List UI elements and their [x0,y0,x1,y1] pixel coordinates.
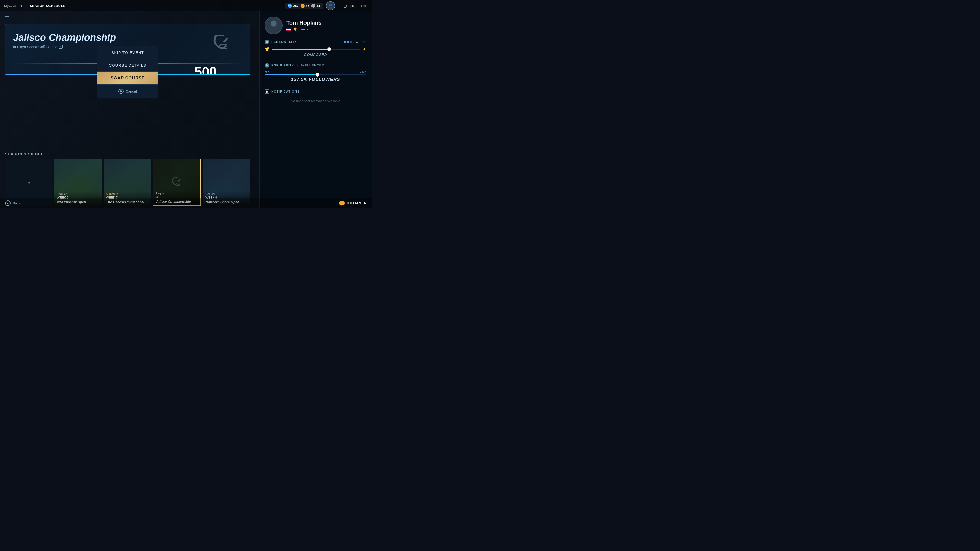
event-subtitle: at Playa Saona Golf Course ✎ [13,45,62,49]
followers-labels: 75K 150K [265,70,366,73]
wc-icon: WC [288,4,292,8]
ticket-icon [311,4,315,8]
filter-icon [4,14,10,19]
back-button[interactable]: ● Back [5,200,20,206]
currency-block: WC 257 x5 x1 [285,3,323,9]
personality-slider-track [272,49,360,50]
personality-icon-left: 🌟 [265,47,270,52]
notifications-title: NOTIFICATIONS [271,90,300,94]
dot-inactive [350,41,352,43]
svg-point-1 [328,6,332,9]
tg-icon [339,200,345,206]
personality-thumb [328,48,331,51]
player-info: Tom Hopkins 🏆 Rank 2 [286,20,321,32]
personality-slider-row: 🌟 ⚡ [265,47,366,52]
nav-season[interactable]: SEASON SCHEDULE [30,4,65,8]
wc-currency: WC 257 [288,4,299,8]
event-logo [209,30,237,58]
svg-point-8 [269,27,278,33]
swap-course-button[interactable]: SWAP COURSE [97,72,158,85]
notifications-section: 💬 NOTIFICATIONS No Important Messages Av… [265,89,366,103]
player-profile: Tom Hopkins 🏆 Rank 2 [265,17,366,35]
points-display: 500 POINTS [194,64,217,75]
personality-icon-right: ⚡ [362,47,366,51]
top-bar: MyCAREER | SEASON SCHEDULE WC 257 x5 x1 [0,0,372,11]
personality-meta: 2 WEEKS [344,40,366,44]
thegamer-logo: THEGAMER [339,200,366,206]
followers-slider: 75K 150K [265,70,366,75]
cancel-icon [118,89,124,94]
season-label: SEASON SCHEDULE [5,152,250,156]
jc-logo-svg [209,30,234,55]
bottom-bar: ● Back THEGAMER [0,198,372,208]
trophy-icon: 🏆 [293,27,298,32]
separator-pipe: | [297,63,298,68]
player-name-top: Tom_Hopkins [338,4,358,8]
influencer-label: INFLUENCER [301,64,324,67]
popularity-header: POPULARITY | INFLUENCER [265,63,366,68]
card-badge-0: Regular [57,192,99,195]
ticket-currency: x1 [311,4,320,8]
notifications-icon: 💬 [265,89,269,94]
top-bar-right: WC 257 x5 x1 Tom_Hopkins Help [285,1,368,11]
svg-point-9 [271,21,277,26]
player-avatar [265,17,283,35]
back-circle-icon: ● [5,200,11,206]
wc-value: 257 [293,4,299,8]
notifications-header: 💬 NOTIFICATIONS [265,89,366,94]
followers-thumb [316,73,319,76]
rank-badge: 🏆 Rank 2 [293,27,308,32]
avatar [326,1,335,11]
cancel-label: Cancel [126,89,137,94]
divider-popularity [265,85,366,86]
nav-separator: | [26,4,27,8]
main-content: Jalisco Championship at Playa Saona Golf… [0,11,255,208]
player-name: Tom Hopkins [286,20,321,26]
course-details-button[interactable]: COURSE DETAILS [97,59,158,72]
svg-point-13 [266,64,267,65]
personality-header: PERSONALITY 2 WEEKS [265,40,366,44]
dot-active-1 [344,41,346,43]
right-panel: Tom Hopkins 🏆 Rank 2 PERSONALITY 2 WEEKS… [259,11,372,208]
card-logo-center [169,174,185,191]
event-venue: at Playa Saona Golf Course [13,45,57,49]
card-badge-2: Regular [156,192,198,195]
weeks-text: 2 WEEKS [353,40,366,44]
popularity-icon [265,63,269,68]
skip-to-event-button[interactable]: SKIP TO EVENT [97,46,158,59]
points-number: 500 [194,64,217,75]
filter-area[interactable] [4,14,10,20]
personality-icon [265,40,269,44]
card-badge-1: Signature [106,192,148,195]
cancel-button[interactable]: Cancel [97,85,158,98]
help-button[interactable]: Help [361,4,368,8]
notifications-empty: No Important Messages Available [265,99,366,103]
back-label: Back [13,201,20,205]
context-menu: SKIP TO EVENT COURSE DETAILS SWAP COURSE… [97,46,158,98]
brand-label: THEGAMER [346,201,366,205]
coin-value: x5 [306,4,309,8]
breadcrumb: MyCAREER | SEASON SCHEDULE [4,4,65,8]
personality-fill [272,49,329,50]
rank-label: Rank [298,27,305,31]
followers-track [265,74,366,75]
followers-fill [265,74,318,75]
flag-icon [286,28,291,31]
svg-point-2 [329,3,332,6]
card-badge-3: Regular [205,192,248,195]
coin-icon [301,4,305,8]
rank-value: 2 [307,27,308,31]
followers-count: 127.5K FOLLOWERS [265,77,366,82]
player-meta: 🏆 Rank 2 [286,27,321,32]
nav-mycareer[interactable]: MyCAREER [4,4,24,8]
divider-personality [265,60,366,60]
edit-icon[interactable]: ✎ [59,45,62,49]
event-title: Jalisco Championship [13,32,116,43]
svg-point-10 [266,41,268,43]
dot-active-2 [347,41,349,43]
popularity-title: POPULARITY [271,64,294,67]
ticket-value: x1 [317,4,320,8]
followers-min: 75K [265,70,270,73]
followers-max: 150K [360,70,366,73]
trait-label: COMPOSED [265,52,366,57]
